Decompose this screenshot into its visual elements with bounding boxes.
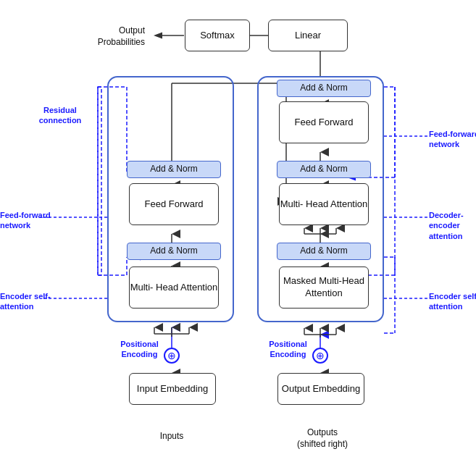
input-embedding-box: Input Embedding [129, 373, 216, 405]
inputs-label: Inputs [143, 431, 201, 442]
decoder-encoder-attention-label: Decoder-encoderattention [429, 210, 476, 241]
transformer-diagram: Output Probabilities Softmax Linear Add … [0, 0, 476, 470]
encoder-self-attention-left-label: Encoder self-attention [0, 291, 69, 312]
decoder-multi-head-attention: Multi- Head Attention [279, 183, 369, 225]
outputs-label: Outputs(shifted right) [283, 427, 362, 450]
decoder-add-norm-mid: Add & Norm [277, 161, 371, 178]
positional-encoding-left-label: PositionalEncoding [112, 339, 167, 360]
decoder-add-norm-bot: Add & Norm [277, 243, 371, 260]
positional-encoding-right-label: PositionalEncoding [261, 339, 315, 360]
softmax-box: Softmax [185, 20, 250, 51]
encoder-multi-head-attention: Multi- Head Attention [129, 267, 219, 309]
encoder-feed-forward: Feed Forward [129, 183, 219, 225]
encoder-self-attention-right-label: Encoder self-attention [429, 291, 476, 312]
decoder-feed-forward: Feed Forward [279, 101, 369, 143]
encoder-add-norm-top: Add & Norm [127, 161, 221, 178]
decoder-add-norm-top: Add & Norm [277, 80, 371, 97]
encoder-add-norm-bottom: Add & Norm [127, 243, 221, 260]
feed-forward-network-left-label: Feed-forwardnetwork [0, 210, 58, 231]
feed-forward-network-right-label: Feed-forwardnetwork [429, 129, 476, 150]
output-embedding-box: Output Embedding [277, 373, 364, 405]
svg-rect-17 [98, 87, 101, 275]
decoder-masked-multi-head: Masked Multi-Head Attention [279, 267, 369, 309]
output-probabilities-label: Output Probabilities [72, 25, 145, 48]
residual-connection-label: Residualconnection [28, 105, 93, 126]
linear-box: Linear [268, 20, 348, 51]
